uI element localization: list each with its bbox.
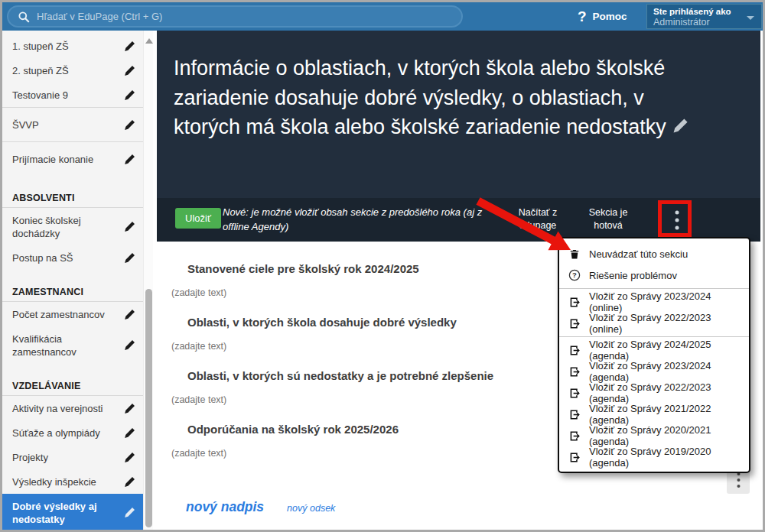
sidebar-item-label: Testovanie 9 xyxy=(12,89,124,102)
sidebar-item[interactable]: 2. stupeň ZŠ xyxy=(2,58,143,83)
menu-item[interactable]: ? Riešenie problémov xyxy=(559,264,749,286)
menu-item-label: Vložiť zo Správy 2022/2023 (agenda) xyxy=(589,381,740,404)
sidebar-item[interactable]: Aktivity na verejnosti xyxy=(2,396,143,420)
sidebar-nav: 1. stupeň ZŠ 2. stupeň ZŠ Testovanie 9 Š… xyxy=(2,31,143,530)
help-button[interactable]: ? Pomoc xyxy=(578,2,627,31)
sidebar-section-header-label: ABSOLVENTI xyxy=(12,193,75,203)
help-question-icon: ? xyxy=(578,8,587,25)
edupage-window: Hľadať v EduPage (Ctrl + G) ? Pomoc Ste … xyxy=(0,0,765,532)
edit-pencil-icon[interactable] xyxy=(124,89,136,101)
edit-pencil-icon[interactable] xyxy=(124,451,136,463)
sidebar-section-header-label: ZAMESTNANCI xyxy=(12,287,83,297)
insert-from-report-icon xyxy=(568,317,581,329)
menu-separator xyxy=(559,288,749,289)
insert-from-report-icon xyxy=(568,296,581,308)
sidebar-scrollbar[interactable] xyxy=(143,31,153,530)
scroll-up-arrow-icon[interactable] xyxy=(145,34,153,44)
sidebar-item[interactable]: Počet zamestnancov xyxy=(2,302,143,326)
sidebar-item-label: Súťaže a olympiády xyxy=(12,427,124,440)
signed-in-label: Ste prihlásený ako xyxy=(653,6,755,17)
sidebar-item[interactable]: Dobré výsledky aj nedostatky xyxy=(2,494,143,530)
menu-item[interactable]: ? Vložiť zo Správy 2024/2025 (agenda) xyxy=(559,339,749,361)
page-title: Informácie o oblastiach, v ktorých škola… xyxy=(174,54,692,142)
sidebar-item[interactable]: Koniec školskej dochádzky xyxy=(2,208,143,245)
insert-from-report-icon xyxy=(568,451,581,463)
edit-pencil-icon[interactable] xyxy=(124,475,136,488)
sidebar-item[interactable]: Postup na SŠ xyxy=(2,245,143,270)
sidebar-item[interactable]: Projekty xyxy=(2,445,143,469)
menu-item[interactable]: ? Vložiť zo Správy 2019/2020 (agenda) xyxy=(559,446,749,468)
sidebar-section-header-label: VZDELÁVANIE xyxy=(12,381,80,391)
chevron-down-icon xyxy=(747,16,754,24)
insert-from-report-icon xyxy=(568,408,581,420)
edit-pencil-icon[interactable] xyxy=(124,339,136,352)
menu-item-label: Vložiť zo Správy 2021/2022 (agenda) xyxy=(589,403,740,426)
menu-item-label: Vložiť zo Správy 2022/2023 (online) xyxy=(589,312,740,335)
sidebar-item-label: Dobré výsledky aj nedostatky xyxy=(12,500,124,526)
search-input[interactable]: Hľadať v EduPage (Ctrl + G) xyxy=(7,5,463,28)
sidebar-item[interactable]: Kvalifikácia zamestnancov xyxy=(2,326,143,364)
menu-separator xyxy=(559,336,749,337)
sidebar-item[interactable]: 1. stupeň ZŠ xyxy=(2,34,143,58)
question-circle-icon: ? xyxy=(568,269,581,281)
search-icon xyxy=(18,11,30,23)
sidebar-item-label: 2. stupeň ZŠ xyxy=(12,64,124,77)
sidebar-item-label: Aktivity na verejnosti xyxy=(12,402,124,415)
save-button[interactable]: Uložiť xyxy=(175,208,221,229)
sidebar-scrollbar-thumb[interactable] xyxy=(145,289,152,527)
sidebar-item-label: ŠVVP xyxy=(12,118,124,131)
menu-item[interactable]: ? Vložiť zo Správy 2021/2022 (agenda) xyxy=(559,404,749,425)
edit-pencil-icon[interactable] xyxy=(124,40,136,52)
sidebar-item[interactable]: Výsledky inšpekcie xyxy=(2,469,143,494)
menu-item-label: Vložiť zo Správy 2019/2020 (agenda) xyxy=(589,446,740,469)
section-menu-kebab-icon[interactable] xyxy=(668,206,686,235)
menu-item[interactable]: ? Vložiť zo Správy 2022/2023 (online) xyxy=(559,313,749,334)
load-from-edupage-button[interactable]: Načítať z edupage xyxy=(503,206,573,232)
edit-pencil-icon[interactable] xyxy=(124,118,136,131)
menu-item-label: Vložiť zo Správy 2024/2025 (agenda) xyxy=(589,339,740,362)
sidebar-item-label: Počet zamestnancov xyxy=(12,308,124,321)
insert-from-report-icon xyxy=(568,387,581,399)
context-menu: ? Neuvádzať túto sekciu ? Riešenie probl… xyxy=(558,237,750,473)
menu-item[interactable]: ? Vložiť zo Správy 2022/2023 (agenda) xyxy=(559,382,749,404)
sidebar-item[interactable]: ŠVVP xyxy=(2,108,143,142)
edit-pencil-icon[interactable] xyxy=(124,308,136,320)
sidebar-section-header: VZDELÁVANIE xyxy=(2,376,143,396)
section-toolbar: Uložiť Nové: je možné vložiť obsah sekci… xyxy=(157,198,760,242)
edit-pencil-icon[interactable] xyxy=(124,251,136,264)
edit-pencil-icon[interactable] xyxy=(124,153,136,165)
sidebar-item-label: Postup na SŠ xyxy=(12,251,124,264)
sidebar-item[interactable]: Súťaže a olympiády xyxy=(2,420,143,445)
edit-pencil-icon[interactable] xyxy=(124,507,136,519)
page-title-text: Informácie o oblastiach, v ktorých škola… xyxy=(174,57,666,138)
sidebar-item[interactable]: Testovanie 9 xyxy=(2,83,143,108)
sidebar-item[interactable]: Prijímacie konanie xyxy=(2,142,143,176)
menu-item-label: Vložiť zo Správy 2020/2021 (agenda) xyxy=(589,424,740,447)
new-paragraph-link[interactable]: nový odsek xyxy=(287,503,335,514)
edit-title-pencil-icon[interactable] xyxy=(672,112,688,128)
edit-pencil-icon[interactable] xyxy=(124,402,136,414)
menu-item-label: Neuvádzať túto sekciu xyxy=(589,248,688,260)
topbar: Hľadať v EduPage (Ctrl + G) ? Pomoc Ste … xyxy=(2,2,763,31)
menu-item[interactable]: ? Neuvádzať túto sekciu xyxy=(559,243,749,264)
sidebar-item-label: Prijímacie konanie xyxy=(12,153,124,166)
menu-item[interactable]: ? Vložiť zo Správy 2023/2024 (online) xyxy=(559,291,749,313)
insert-from-report-icon xyxy=(568,365,581,378)
sidebar-item-label: Projekty xyxy=(12,451,124,464)
insert-from-report-icon xyxy=(568,430,581,442)
account-menu[interactable]: Ste prihlásený ako Administrátor xyxy=(646,4,762,29)
menu-item-label: Riešenie problémov xyxy=(589,270,677,281)
sidebar-item-label: Kvalifikácia zamestnancov xyxy=(12,332,124,358)
sidebar-section-header: ZAMESTNANCI xyxy=(2,282,143,302)
section-done-button[interactable]: Sekcia je hotová xyxy=(579,206,637,232)
menu-item[interactable]: ? Vložiť zo Správy 2020/2021 (agenda) xyxy=(559,425,749,446)
new-heading-link[interactable]: nový nadpis xyxy=(186,499,264,515)
sidebar-item-label: 1. stupeň ZŠ xyxy=(12,40,124,53)
sidebar-item-label: Koniec školskej dochádzky xyxy=(12,214,124,240)
edit-pencil-icon[interactable] xyxy=(124,64,136,76)
sidebar-section-header: ABSOLVENTI xyxy=(2,188,143,208)
edit-pencil-icon[interactable] xyxy=(124,221,136,233)
menu-item[interactable]: ? Vložiť zo Správy 2023/2024 (agenda) xyxy=(559,361,749,382)
menu-item-label: Vložiť zo Správy 2023/2024 (agenda) xyxy=(589,360,740,383)
edit-pencil-icon[interactable] xyxy=(124,427,136,439)
